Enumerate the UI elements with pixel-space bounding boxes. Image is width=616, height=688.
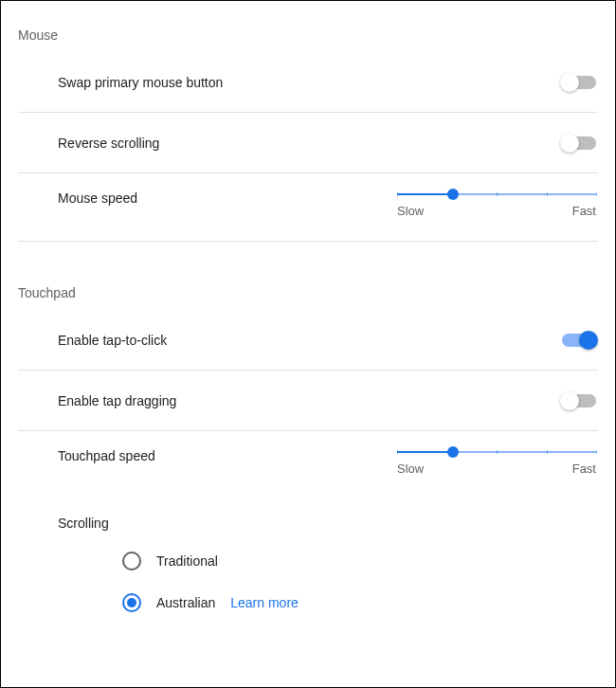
- tap-dragging-toggle[interactable]: [562, 394, 596, 407]
- radio-australian[interactable]: [122, 593, 141, 612]
- scrolling-subheading: Scrolling: [18, 498, 598, 540]
- swap-primary-toggle[interactable]: [562, 76, 596, 89]
- mouse-speed-slider[interactable]: [397, 189, 596, 200]
- mouse-speed-fast-label: Fast: [572, 204, 596, 218]
- tap-to-click-label: Enable tap-to-click: [58, 333, 167, 348]
- tap-dragging-row: Enable tap dragging: [18, 371, 598, 431]
- learn-more-link[interactable]: Learn more: [230, 595, 299, 610]
- touchpad-speed-fast-label: Fast: [572, 462, 596, 476]
- scrolling-option-traditional[interactable]: Traditional: [18, 540, 598, 582]
- radio-traditional-label: Traditional: [156, 553, 218, 569]
- touchpad-speed-label: Touchpad speed: [58, 446, 155, 463]
- radio-australian-label: Australian: [156, 595, 215, 610]
- tap-dragging-label: Enable tap dragging: [58, 393, 176, 408]
- reverse-scroll-row: Reverse scrolling: [18, 113, 598, 173]
- mouse-speed-slow-label: Slow: [397, 204, 424, 218]
- touchpad-speed-slider[interactable]: [397, 446, 596, 458]
- tap-to-click-row: Enable tap-to-click: [18, 310, 598, 371]
- reverse-scroll-label: Reverse scrolling: [58, 136, 159, 151]
- touchpad-section-title: Touchpad: [18, 285, 598, 300]
- radio-traditional[interactable]: [122, 552, 141, 570]
- reverse-scroll-toggle[interactable]: [562, 136, 596, 150]
- scrolling-option-australian[interactable]: Australian Learn more: [18, 582, 598, 624]
- tap-to-click-toggle[interactable]: [562, 334, 596, 347]
- touchpad-speed-slow-label: Slow: [397, 462, 424, 476]
- swap-primary-row: Swap primary mouse button: [18, 52, 598, 113]
- mouse-speed-row: Mouse speed Slow Fast: [18, 173, 598, 242]
- mouse-speed-label: Mouse speed: [58, 189, 137, 206]
- swap-primary-label: Swap primary mouse button: [58, 75, 223, 90]
- touchpad-speed-row: Touchpad speed Slow Fast: [18, 431, 598, 498]
- mouse-section-title: Mouse: [18, 27, 598, 43]
